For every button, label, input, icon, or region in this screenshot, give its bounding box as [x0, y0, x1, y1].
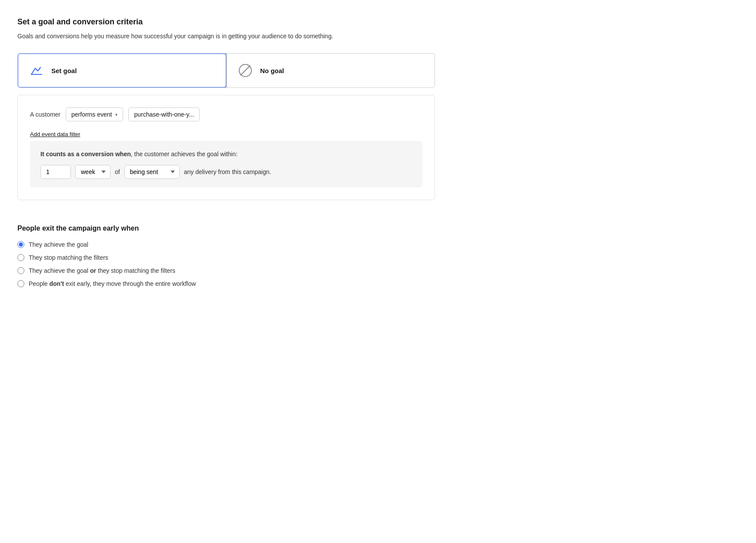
stop-matching-radio[interactable]	[17, 254, 24, 261]
goal-options-container: Set goal No goal	[17, 53, 435, 88]
timing-select[interactable]: being sent being opened being clicked	[124, 165, 180, 179]
exit-option-dont-exit[interactable]: People don't exit early, they move throu…	[17, 280, 739, 287]
exit-option-achieve-goal[interactable]: They achieve the goal	[17, 241, 739, 248]
exit-option-stop-matching[interactable]: They stop matching the filters	[17, 254, 739, 261]
page-title: Set a goal and conversion criteria	[17, 17, 739, 27]
set-goal-label: Set goal	[51, 67, 77, 74]
exit-section: People exit the campaign early when They…	[17, 225, 739, 287]
dont-exit-radio[interactable]	[17, 280, 24, 287]
goal-settings-box: A customer performs event ▾ purchase-wit…	[17, 95, 435, 200]
period-select[interactable]: week day month	[75, 165, 110, 179]
of-text: of	[115, 168, 120, 175]
customer-label: A customer	[30, 111, 60, 118]
add-filter-row: Add event data filter	[30, 130, 422, 137]
action-dropdown[interactable]: performs event ▾	[66, 107, 123, 121]
exit-section-title: People exit the campaign early when	[17, 225, 739, 232]
achieve-or-stop-radio[interactable]	[17, 267, 24, 274]
exit-option-achieve-or-stop[interactable]: They achieve the goal or they stop match…	[17, 267, 739, 274]
dont-exit-label: People don't exit early, they move throu…	[29, 280, 196, 287]
conversion-prefix-text: , the customer achieves the goal within:	[131, 151, 238, 158]
exit-radio-group: They achieve the goal They stop matching…	[17, 241, 739, 287]
conversion-box: It counts as a conversion when, the cust…	[30, 141, 422, 188]
goal-flag-icon	[29, 63, 44, 78]
conversion-description: It counts as a conversion when, the cust…	[40, 150, 412, 159]
achieve-or-stop-label: They achieve the goal or they stop match…	[29, 267, 175, 274]
conversion-controls: week day month of being sent being opene…	[40, 165, 412, 179]
achieve-goal-label: They achieve the goal	[29, 241, 88, 248]
stop-matching-label: They stop matching the filters	[29, 254, 108, 261]
page-description: Goals and conversions help you measure h…	[17, 32, 739, 41]
no-goal-icon	[238, 63, 253, 78]
conversion-number-input[interactable]	[40, 165, 71, 179]
action-dropdown-value: performs event	[71, 111, 112, 118]
achieve-goal-radio[interactable]	[17, 241, 24, 248]
conversion-bold-prefix: It counts as a conversion when	[40, 151, 131, 158]
add-event-filter-link[interactable]: Add event data filter	[30, 131, 80, 137]
no-goal-option[interactable]: No goal	[227, 54, 435, 87]
goal-action-row: A customer performs event ▾ purchase-wit…	[30, 107, 422, 121]
action-dropdown-chevron-icon: ▾	[115, 112, 117, 117]
set-goal-option[interactable]: Set goal	[17, 53, 227, 88]
event-dropdown-value: purchase-with-one-y...	[134, 111, 194, 118]
event-dropdown[interactable]: purchase-with-one-y...	[128, 107, 199, 121]
no-goal-label: No goal	[260, 67, 284, 74]
delivery-suffix-text: any delivery from this campaign.	[184, 168, 271, 175]
